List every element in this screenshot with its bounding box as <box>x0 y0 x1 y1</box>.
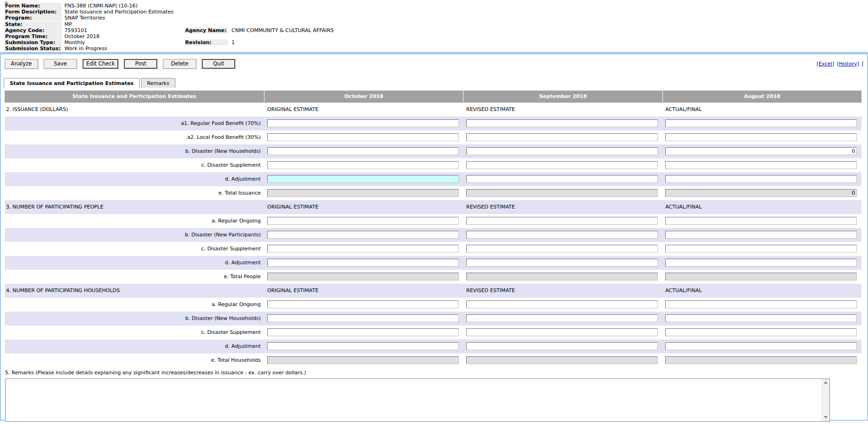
meta-label-revision: Revision: <box>184 39 228 46</box>
remarks-scrollbar[interactable] <box>822 379 829 421</box>
meta-label-program-time: Program Time: <box>4 33 62 39</box>
estimate-input[interactable] <box>665 161 857 169</box>
row-label: b. Disaster (New Households) <box>5 315 264 321</box>
estimate-input[interactable] <box>267 259 459 267</box>
value-cell <box>264 175 463 183</box>
table-row: a1. Regular Food Benefit (70%) <box>5 117 862 130</box>
scroll-down-button[interactable] <box>822 414 829 421</box>
estimate-input[interactable] <box>665 119 857 127</box>
delete-button[interactable]: Delete <box>163 59 196 69</box>
meta-row: Program:SNAP Territories <box>4 15 868 21</box>
estimate-input[interactable] <box>665 328 857 336</box>
column-subheader: ORIGINAL ESTIMATE <box>264 287 463 294</box>
estimate-input[interactable] <box>466 245 658 253</box>
value-cell <box>264 161 463 169</box>
estimate-input[interactable] <box>267 147 459 155</box>
table-row: d. Adjustment <box>5 172 862 186</box>
excel-link[interactable]: [Excel] <box>817 61 834 67</box>
section-row: 4. NUMBER OF PARTICIPATING HOUSEHOLDSORI… <box>5 284 862 298</box>
arrow-down-icon <box>824 416 828 418</box>
value-cell <box>463 273 662 280</box>
table-row: b. Disaster (New Participants) <box>5 228 862 242</box>
estimate-input[interactable] <box>267 300 459 308</box>
total-field <box>466 189 658 197</box>
estimate-input[interactable] <box>267 133 459 141</box>
row-label: a. Regular Ongoing <box>5 218 264 224</box>
meta-row: Submission Status:Work in Progress <box>4 46 868 52</box>
estimate-input[interactable] <box>466 161 658 169</box>
column-header-october: October 2018 <box>264 91 463 103</box>
save-button[interactable]: Save <box>44 59 77 69</box>
value-cell <box>463 161 662 169</box>
estimate-input[interactable] <box>665 133 857 141</box>
post-button[interactable]: Post <box>124 59 157 69</box>
analyze-button[interactable]: Analyze <box>5 59 38 69</box>
table-row: a2. Local Food Benefit (30%) <box>5 130 862 144</box>
meta-label-form-name: Form Name: <box>4 3 62 9</box>
row-label: e. Total Households <box>5 357 264 363</box>
meta-value: 7593101 <box>62 27 184 33</box>
estimate-input[interactable] <box>665 231 857 239</box>
estimate-input[interactable] <box>466 231 658 239</box>
estimate-input[interactable] <box>267 119 459 127</box>
section-title: 4. NUMBER OF PARTICIPATING HOUSEHOLDS <box>5 287 264 294</box>
estimate-input[interactable] <box>466 259 658 267</box>
truncated-link[interactable]: [ <box>862 61 864 67</box>
estimate-input[interactable] <box>466 119 658 127</box>
value-cell <box>264 133 463 141</box>
table-row: a. Regular Ongoing <box>5 298 862 312</box>
estimate-input[interactable] <box>466 328 658 336</box>
table-row: b. Disaster (New Households) <box>5 144 862 158</box>
estimate-input[interactable] <box>466 300 658 308</box>
estimate-input[interactable] <box>665 259 857 267</box>
value-cell <box>463 342 662 350</box>
estimate-input[interactable] <box>665 175 857 183</box>
tab-remarks[interactable]: Remarks <box>141 78 175 88</box>
estimate-input[interactable] <box>665 147 857 155</box>
estimate-input[interactable] <box>665 314 857 322</box>
meta-row: Form Description:State Issuance and Part… <box>4 9 868 15</box>
estimate-input[interactable] <box>466 342 658 350</box>
value-cell <box>463 175 662 183</box>
estimate-input[interactable] <box>466 133 658 141</box>
meta-label-state: State: <box>4 21 62 27</box>
estimate-input[interactable] <box>267 328 459 336</box>
remarks-textarea[interactable] <box>6 379 822 421</box>
estimate-input[interactable] <box>665 217 857 225</box>
estimate-input[interactable] <box>665 300 857 308</box>
estimate-input[interactable] <box>267 161 459 169</box>
estimate-input[interactable] <box>267 217 459 225</box>
meta-value: October 2018 <box>62 33 184 39</box>
row-label: b. Disaster (New Households) <box>5 148 264 154</box>
estimate-input[interactable] <box>267 314 459 322</box>
arrow-up-icon <box>824 381 828 384</box>
estimate-input[interactable] <box>665 245 857 253</box>
value-cell <box>463 300 662 308</box>
total-field <box>267 273 459 280</box>
meta-row: State:MP <box>4 21 868 27</box>
estimate-input[interactable] <box>466 217 658 225</box>
edit-check-button[interactable]: Edit Check <box>83 59 118 69</box>
estimate-input[interactable] <box>267 231 459 239</box>
history-link[interactable]: [History] <box>837 61 859 67</box>
tab-state-issuance-and-participation-estimates[interactable]: State Issuance and Participation Estimat… <box>4 78 140 88</box>
meta-label-agency-name: Agency Name: <box>184 27 228 33</box>
value-cell <box>264 245 463 253</box>
estimate-input[interactable] <box>267 342 459 350</box>
table-row: d. Adjustment <box>5 256 862 270</box>
remarks-label: 5. Remarks (Please include details expla… <box>5 369 867 377</box>
estimate-input[interactable] <box>665 342 857 350</box>
estimate-input[interactable] <box>466 175 658 183</box>
value-cell <box>662 161 862 169</box>
content-frame: AnalyzeSaveEdit CheckPostDeleteQuit [Exc… <box>0 52 868 421</box>
toolbar-buttons: AnalyzeSaveEdit CheckPostDeleteQuit <box>5 59 241 69</box>
quit-button[interactable]: Quit <box>202 59 235 69</box>
estimate-input[interactable] <box>267 175 459 183</box>
value-cell <box>463 217 662 225</box>
estimate-input[interactable] <box>466 314 658 322</box>
value-cell <box>463 259 662 267</box>
estimate-input[interactable] <box>267 245 459 253</box>
estimate-input[interactable] <box>466 147 658 155</box>
scroll-up-button[interactable] <box>822 379 829 386</box>
table-row: e. Total Households <box>5 353 862 367</box>
